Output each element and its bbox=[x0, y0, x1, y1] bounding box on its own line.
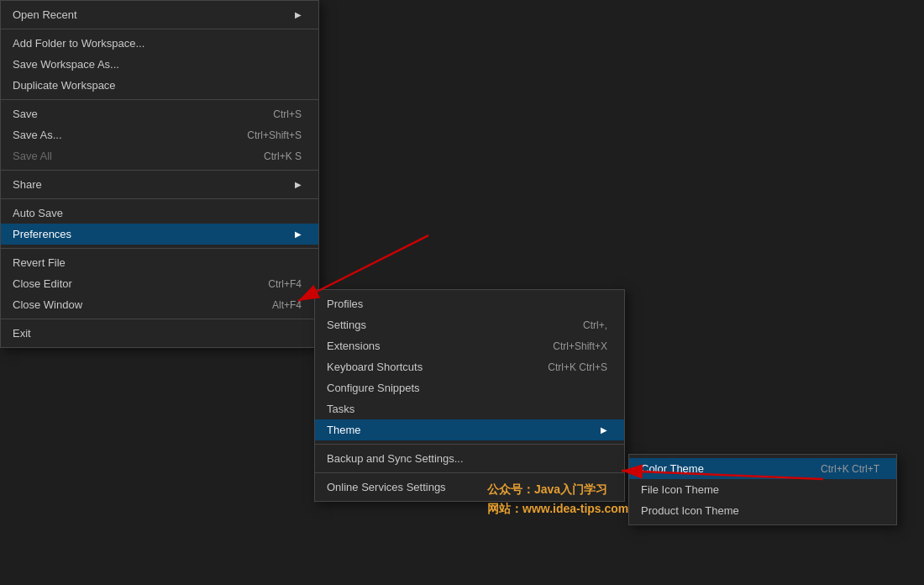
menu-item-save-as[interactable]: Save As... Ctrl+Shift+S bbox=[1, 124, 318, 145]
menu-item-open-recent[interactable]: Open Recent ▶ bbox=[1, 4, 318, 25]
menu-item-label: Close Editor bbox=[13, 277, 251, 290]
menu-item-label: Save As... bbox=[13, 129, 230, 141]
menu-item-label: Add Folder to Workspace... bbox=[13, 37, 302, 50]
menu-item-label: Save All bbox=[13, 150, 247, 162]
menu-separator bbox=[315, 444, 624, 445]
menu-item-label: Open Recent bbox=[13, 8, 286, 21]
menu-item-preferences[interactable]: Preferences ▶ bbox=[1, 224, 318, 245]
submenu-arrow-icon: ▶ bbox=[295, 229, 302, 239]
menu-item-label: Save bbox=[13, 108, 256, 120]
menu-item-label: Close Window bbox=[13, 298, 255, 311]
menu-item-duplicate-workspace[interactable]: Duplicate Workspace bbox=[1, 75, 318, 96]
menu-item-tasks[interactable]: Tasks bbox=[315, 398, 624, 419]
menu-item-shortcut: Alt+F4 bbox=[272, 299, 302, 311]
menu-item-label: Keyboard Shortcuts bbox=[327, 361, 531, 373]
menu-item-save-all: Save All Ctrl+K S bbox=[1, 145, 318, 166]
menu-item-close-window[interactable]: Close Window Alt+F4 bbox=[1, 294, 318, 315]
menu-item-label: Configure Snippets bbox=[327, 382, 607, 394]
menu-item-shortcut: Ctrl+, bbox=[583, 319, 607, 331]
menu-item-online-services[interactable]: Online Services Settings bbox=[315, 477, 624, 498]
menu-separator bbox=[1, 170, 318, 171]
menu-item-shortcut: Ctrl+K Ctrl+T bbox=[821, 463, 879, 475]
menu-item-keyboard-shortcuts[interactable]: Keyboard Shortcuts Ctrl+K Ctrl+S bbox=[315, 356, 624, 377]
menu-item-save-workspace-as[interactable]: Save Workspace As... bbox=[1, 54, 318, 75]
menu-item-label: File Icon Theme bbox=[641, 483, 879, 496]
submenu-arrow-icon: ▶ bbox=[601, 425, 607, 435]
theme-submenu: Color Theme Ctrl+K Ctrl+T File Icon Them… bbox=[628, 454, 897, 525]
menu-item-add-folder[interactable]: Add Folder to Workspace... bbox=[1, 33, 318, 54]
menu-item-shortcut: Ctrl+Shift+S bbox=[247, 129, 302, 141]
menu-item-label: Auto Save bbox=[13, 207, 302, 219]
menu-item-label: Extensions bbox=[327, 340, 536, 352]
menu-item-label: Save Workspace As... bbox=[13, 58, 302, 71]
menu-item-backup-sync[interactable]: Backup and Sync Settings... bbox=[315, 448, 624, 469]
menu-item-profiles[interactable]: Profiles bbox=[315, 293, 624, 314]
menu-item-label: Tasks bbox=[327, 403, 607, 415]
menu-item-shortcut: Ctrl+K Ctrl+S bbox=[548, 361, 607, 373]
menu-item-label: Product Icon Theme bbox=[641, 504, 879, 517]
submenu-arrow-icon: ▶ bbox=[295, 10, 302, 19]
menu-separator bbox=[1, 99, 318, 100]
menu-item-extensions[interactable]: Extensions Ctrl+Shift+X bbox=[315, 335, 624, 356]
menu-item-revert-file[interactable]: Revert File bbox=[1, 252, 318, 273]
menu-item-product-icon-theme[interactable]: Product Icon Theme bbox=[629, 500, 896, 521]
menu-separator bbox=[1, 29, 318, 29]
menu-item-shortcut: Ctrl+F4 bbox=[268, 278, 302, 290]
menu-separator bbox=[1, 319, 318, 319]
menu-item-shortcut: Ctrl+K S bbox=[264, 150, 302, 162]
menu-item-label: Preferences bbox=[13, 228, 286, 240]
menu-item-exit[interactable]: Exit bbox=[1, 323, 318, 344]
menu-item-auto-save[interactable]: Auto Save bbox=[1, 203, 318, 224]
menu-item-label: Settings bbox=[327, 319, 566, 331]
menu-item-file-icon-theme[interactable]: File Icon Theme bbox=[629, 479, 896, 500]
menu-item-label: Share bbox=[13, 178, 286, 191]
menu-item-theme[interactable]: Theme ▶ bbox=[315, 419, 624, 440]
menu-item-label: Exit bbox=[13, 327, 302, 340]
menu-item-color-theme[interactable]: Color Theme Ctrl+K Ctrl+T bbox=[629, 458, 896, 479]
menu-item-settings[interactable]: Settings Ctrl+, bbox=[315, 314, 624, 335]
menu-item-label: Profiles bbox=[327, 298, 607, 310]
menu-item-label: Theme bbox=[327, 424, 592, 436]
menu-item-shortcut: Ctrl+S bbox=[273, 108, 302, 120]
menu-item-close-editor[interactable]: Close Editor Ctrl+F4 bbox=[1, 273, 318, 294]
menu-separator bbox=[315, 472, 624, 473]
menu-separator bbox=[1, 198, 318, 199]
menu-item-shortcut: Ctrl+Shift+X bbox=[553, 340, 607, 352]
primary-menu: Open Recent ▶ Add Folder to Workspace...… bbox=[0, 0, 319, 348]
menu-item-label: Backup and Sync Settings... bbox=[327, 452, 607, 465]
menu-item-share[interactable]: Share ▶ bbox=[1, 174, 318, 195]
preferences-submenu: Profiles Settings Ctrl+, Extensions Ctrl… bbox=[314, 289, 625, 502]
menu-item-save[interactable]: Save Ctrl+S bbox=[1, 103, 318, 124]
menu-item-label: Color Theme bbox=[641, 462, 804, 475]
menu-item-configure-snippets[interactable]: Configure Snippets bbox=[315, 377, 624, 398]
menu-separator bbox=[1, 248, 318, 249]
menu-item-label: Duplicate Workspace bbox=[13, 79, 302, 92]
submenu-arrow-icon: ▶ bbox=[295, 180, 302, 189]
menu-item-label: Revert File bbox=[13, 256, 302, 269]
menu-item-label: Online Services Settings bbox=[327, 481, 607, 493]
